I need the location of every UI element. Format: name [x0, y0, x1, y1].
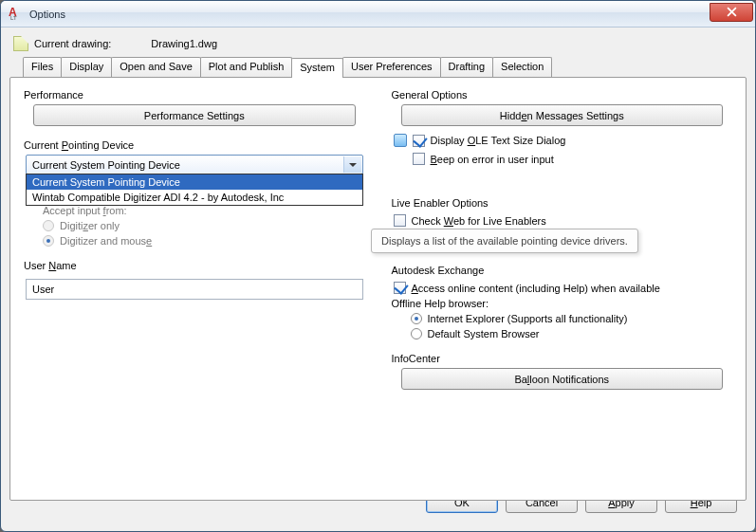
close-icon: [727, 7, 737, 17]
offline-help-label: Offline Help browser:: [392, 298, 735, 309]
chevron-down-icon: [349, 163, 357, 171]
options-window: Options Current drawing: Drawing1.dwg Fi…: [0, 0, 756, 532]
display-ole-label: Display OLE Text Size Dialog: [431, 135, 566, 146]
pointing-device-dropdown[interactable]: Current System Pointing Device Current S…: [26, 155, 363, 174]
check-web-row[interactable]: Check Web for Live Enablers: [394, 214, 735, 227]
infocenter-label: InfoCenter: [392, 353, 735, 364]
beep-row[interactable]: Beep on error in user input: [394, 153, 735, 165]
radio-digitizer-and-mouse: Digitizer and mouse: [43, 235, 367, 247]
radio-label: Digitizer and mouse: [60, 235, 152, 247]
pointing-device-option-1[interactable]: Wintab Compatible Digitizer ADI 4.2 - by…: [27, 190, 362, 205]
tab-selection[interactable]: Selection: [492, 57, 552, 77]
close-button[interactable]: [710, 3, 753, 22]
window-title: Options: [29, 9, 65, 20]
live-enabler-label: Live Enabler Options: [392, 197, 735, 209]
setting-icon: [394, 134, 407, 147]
general-options-label: General Options: [392, 89, 735, 101]
check-web-label: Check Web for Live Enablers: [412, 215, 546, 227]
exchange-label: Autodesk Exchange: [392, 265, 735, 276]
client-area: Current drawing: Drawing1.dwg Files Disp…: [9, 32, 747, 523]
radio-icon: [43, 220, 54, 231]
checkbox-icon[interactable]: [394, 282, 406, 294]
radio-label: Digitizer only: [60, 220, 120, 231]
left-column: Performance Performance Settings Current…: [22, 87, 367, 490]
performance-group-label: Performance: [24, 89, 367, 101]
current-drawing-row: Current drawing: Drawing1.dwg: [13, 36, 743, 51]
username-input[interactable]: [26, 279, 363, 300]
accept-input-label: Accept input from:: [43, 205, 367, 216]
pointing-device-value: Current System Pointing Device: [32, 159, 180, 171]
pointing-device-option-0[interactable]: Current System Pointing Device: [27, 174, 362, 190]
current-drawing-label: Current drawing:: [34, 38, 111, 49]
app-icon: [9, 7, 24, 22]
performance-settings-button[interactable]: Performance Settings: [33, 104, 356, 126]
pointing-device-list: Current System Pointing Device Wintab Co…: [26, 174, 363, 206]
tab-drafting[interactable]: Drafting: [440, 57, 494, 77]
pointing-device-label: Current Pointing Device: [24, 139, 367, 151]
radio-icon: [411, 328, 422, 339]
pointing-device-display[interactable]: Current System Pointing Device: [26, 155, 363, 174]
tab-strip: Files Display Open and Save Plot and Pub…: [23, 57, 747, 77]
tab-display[interactable]: Display: [61, 57, 112, 77]
hidden-messages-button[interactable]: Hidden Messages Settings: [401, 104, 724, 126]
tab-open-and-save[interactable]: Open and Save: [111, 57, 200, 77]
tab-system[interactable]: System: [291, 58, 343, 78]
radio-digitizer-only: Digitizer only: [43, 220, 367, 231]
tab-user-preferences[interactable]: User Preferences: [342, 57, 441, 77]
radio-icon: [43, 235, 54, 247]
radio-default-browser[interactable]: Default System Browser: [411, 328, 735, 339]
titlebar: Options: [1, 1, 755, 28]
username-label: User Name: [24, 260, 367, 271]
dwg-icon: [13, 36, 28, 51]
tooltip: Displays a list of the available pointin…: [371, 229, 638, 253]
current-drawing-name: Drawing1.dwg: [151, 38, 217, 49]
checkbox-icon[interactable]: [413, 153, 425, 165]
checkbox-icon[interactable]: [413, 135, 425, 147]
radio-icon: [411, 313, 422, 324]
beep-label: Beep on error in user input: [431, 154, 554, 165]
access-online-label: Access online content (including Help) w…: [412, 283, 660, 294]
right-column: General Options Hidden Messages Settings…: [390, 87, 735, 490]
access-online-row[interactable]: Access online content (including Help) w…: [394, 282, 735, 294]
checkbox-icon[interactable]: [394, 214, 406, 227]
tab-plot-and-publish[interactable]: Plot and Publish: [200, 57, 293, 77]
display-ole-row[interactable]: Display OLE Text Size Dialog: [394, 134, 735, 147]
tab-panel-system: Performance Performance Settings Current…: [9, 77, 747, 501]
radio-ie-label: Internet Explorer (Supports all function…: [428, 313, 628, 324]
tab-files[interactable]: Files: [23, 57, 62, 77]
radio-default-label: Default System Browser: [428, 328, 540, 339]
balloon-notifications-button[interactable]: Balloon Notifications: [401, 368, 724, 390]
radio-ie[interactable]: Internet Explorer (Supports all function…: [411, 313, 735, 324]
